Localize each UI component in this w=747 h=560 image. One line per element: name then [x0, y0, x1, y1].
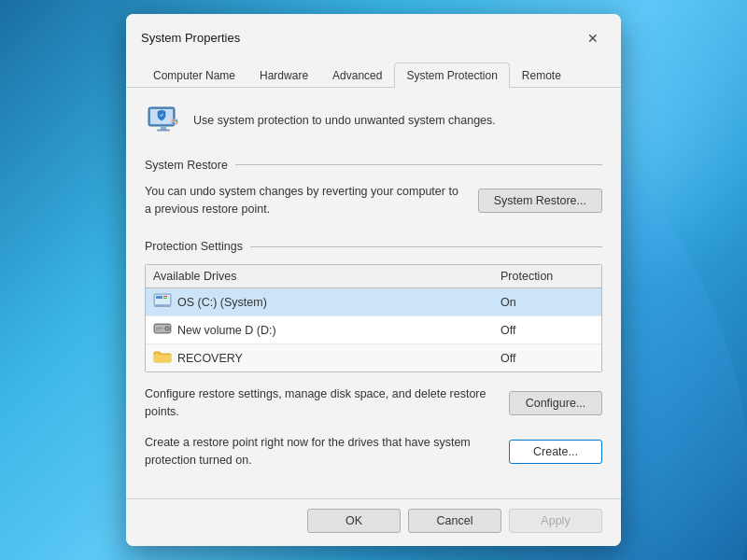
tab-computer-name[interactable]: Computer Name	[141, 63, 247, 88]
svg-rect-12	[163, 296, 167, 297]
tab-remote[interactable]: Remote	[510, 63, 573, 88]
recovery-folder-icon	[153, 349, 172, 367]
system-restore-section: System Restore You can undo system chang…	[145, 159, 602, 218]
header-section: Use system protection to undo unwanted s…	[145, 103, 602, 140]
ok-button[interactable]: OK	[307, 509, 401, 533]
restore-description: You can undo system changes by reverting…	[145, 183, 463, 218]
svg-rect-20	[156, 329, 162, 330]
configure-description: Configure restore settings, manage disk …	[145, 385, 494, 421]
tab-hardware[interactable]: Hardware	[247, 63, 320, 88]
tab-content: Use system protection to undo unwanted s…	[126, 88, 621, 499]
drives-table: Available Drives Protection	[145, 264, 602, 372]
drive-row-os[interactable]: OS (C:) (System) On	[146, 288, 601, 316]
system-restore-divider	[235, 164, 602, 165]
d-drive-icon	[153, 321, 172, 339]
svg-rect-11	[156, 296, 162, 299]
svg-rect-8	[176, 122, 178, 124]
col-available-drives: Available Drives	[153, 270, 500, 283]
apply-button[interactable]: Apply	[509, 509, 602, 533]
protection-settings-title: Protection Settings	[145, 240, 243, 253]
svg-rect-3	[157, 129, 170, 131]
system-protection-icon	[145, 103, 182, 140]
d-drive-label: New volume D (D:)	[177, 324, 276, 337]
svg-rect-7	[173, 122, 176, 124]
svg-point-18	[166, 328, 168, 329]
system-restore-header: System Restore	[145, 159, 602, 172]
os-drive-icon	[153, 293, 172, 311]
svg-rect-19	[156, 328, 163, 329]
create-section: Create a restore point right now for the…	[145, 434, 602, 469]
system-restore-title: System Restore	[145, 159, 228, 172]
protection-settings-header: Protection Settings	[145, 240, 602, 253]
svg-rect-13	[163, 298, 167, 299]
drive-name-recovery: RECOVERY	[153, 349, 500, 367]
system-properties-dialog: System Properties ✕ Computer Name Hardwa…	[126, 14, 621, 547]
protection-settings-divider	[250, 246, 602, 247]
svg-rect-5	[173, 119, 176, 121]
title-bar: System Properties ✕	[126, 14, 621, 51]
d-drive-protection: Off	[500, 324, 594, 337]
drive-name-d: New volume D (D:)	[153, 321, 500, 339]
dialog-title: System Properties	[141, 31, 240, 45]
recovery-protection: Off	[500, 352, 594, 365]
drives-table-header: Available Drives Protection	[146, 265, 601, 288]
drive-row-recovery[interactable]: RECOVERY Off	[146, 344, 601, 371]
create-button[interactable]: Create...	[509, 440, 602, 464]
col-protection: Protection	[500, 270, 594, 283]
configure-section: Configure restore settings, manage disk …	[145, 385, 602, 421]
os-drive-protection: On	[500, 296, 594, 309]
recovery-label: RECOVERY	[177, 352, 243, 365]
configure-button[interactable]: Configure...	[509, 391, 602, 415]
cancel-button[interactable]: Cancel	[408, 509, 501, 533]
dialog-footer: OK Cancel Apply	[126, 498, 621, 546]
tab-advanced[interactable]: Advanced	[320, 63, 394, 88]
close-button[interactable]: ✕	[580, 25, 606, 51]
tab-system-protection[interactable]: System Protection	[394, 63, 509, 88]
restore-body: You can undo system changes by reverting…	[145, 183, 602, 218]
svg-rect-6	[176, 119, 178, 121]
os-drive-label: OS (C:) (System)	[177, 296, 267, 309]
tab-bar: Computer Name Hardware Advanced System P…	[126, 55, 621, 88]
svg-rect-14	[154, 305, 171, 307]
system-restore-button[interactable]: System Restore...	[478, 189, 602, 213]
drive-row-d[interactable]: New volume D (D:) Off	[146, 316, 601, 344]
protection-settings-section: Protection Settings Available Drives Pro…	[145, 240, 602, 469]
drive-name-os: OS (C:) (System)	[153, 293, 500, 311]
header-description: Use system protection to undo unwanted s…	[193, 113, 496, 130]
svg-rect-2	[161, 126, 166, 130]
create-description: Create a restore point right now for the…	[145, 434, 494, 469]
